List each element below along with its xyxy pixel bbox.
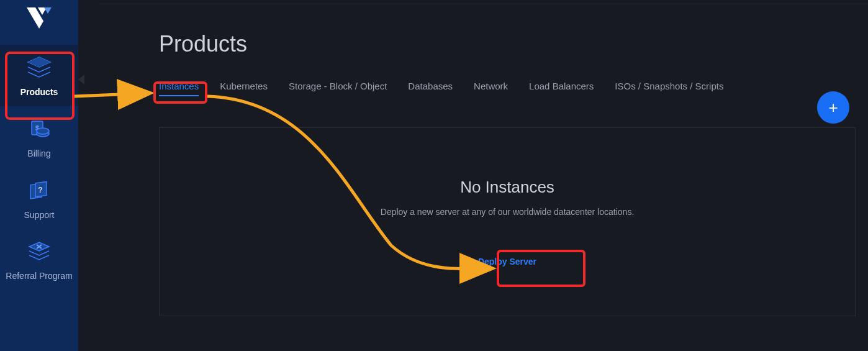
sidebar-item-label: Referral Program <box>3 271 75 281</box>
deploy-server-button[interactable]: Deploy Server <box>478 257 536 267</box>
plus-icon: + <box>828 98 838 117</box>
empty-state-title: No Instances <box>460 178 554 197</box>
sidebar-item-support[interactable]: ? Support <box>0 168 78 229</box>
sidebar-item-billing[interactable]: $ Billing <box>0 106 78 168</box>
sidebar-item-label: Products <box>18 87 61 98</box>
tab-load-balancers[interactable]: Load Balancers <box>529 81 594 96</box>
tab-kubernetes[interactable]: Kubernetes <box>220 81 268 96</box>
page-title: Products <box>159 31 846 57</box>
sidebar: Products $ Billing ? Support <box>0 0 78 351</box>
empty-state-box: No Instances Deploy a new server at any … <box>159 127 856 316</box>
logo-icon <box>27 7 52 30</box>
sidebar-item-referral[interactable]: Referral Program <box>0 229 78 290</box>
logo[interactable] <box>27 7 52 32</box>
main-content: Products Instances Kubernetes Storage - … <box>78 0 868 351</box>
tab-isos[interactable]: ISOs / Snapshots / Scripts <box>615 81 723 96</box>
billing-icon: $ <box>24 115 54 145</box>
add-button[interactable]: + <box>817 91 849 124</box>
tab-databases[interactable]: Databases <box>408 81 453 96</box>
sidebar-item-label: Support <box>21 210 57 221</box>
tab-network[interactable]: Network <box>474 81 508 96</box>
empty-state-subtitle: Deploy a new server at any of our worldw… <box>381 207 635 217</box>
tab-storage[interactable]: Storage - Block / Object <box>289 81 387 96</box>
tabs-bar: Instances Kubernetes Storage - Block / O… <box>159 81 846 96</box>
svg-point-3 <box>37 128 49 134</box>
referral-icon <box>24 237 54 267</box>
svg-text:?: ? <box>38 186 42 194</box>
sidebar-item-products[interactable]: Products <box>0 45 78 106</box>
tab-instances[interactable]: Instances <box>159 81 199 96</box>
products-icon <box>24 53 54 83</box>
support-icon: ? <box>24 176 54 206</box>
sidebar-item-label: Billing <box>25 148 53 159</box>
